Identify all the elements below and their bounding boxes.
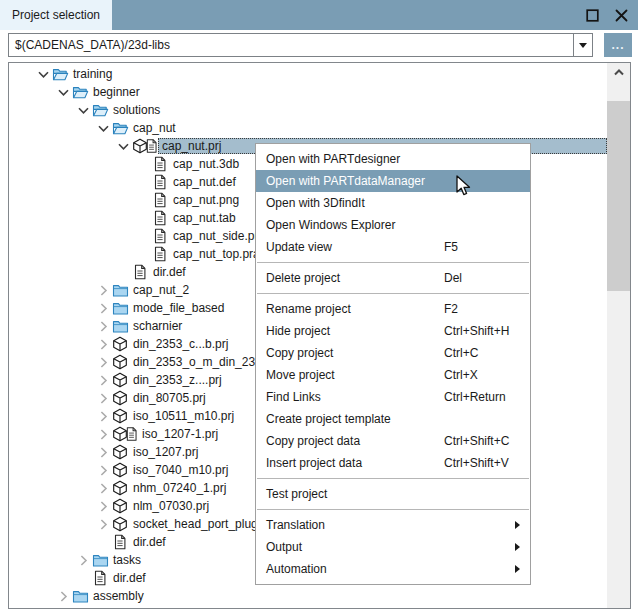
- chevron-expanded-icon[interactable]: [115, 138, 131, 154]
- menu-item[interactable]: Create project template: [256, 408, 530, 430]
- menu-item[interactable]: Test project: [256, 483, 530, 505]
- chevron-collapsed-icon[interactable]: [95, 480, 111, 496]
- tree-row-label: dir.def: [129, 534, 170, 550]
- menu-item[interactable]: Hide projectCtrl+Shift+H: [256, 320, 530, 342]
- folder-open-icon: [51, 66, 69, 82]
- chevron-spacer: [135, 192, 151, 208]
- chevron-collapsed-icon[interactable]: [95, 300, 111, 316]
- chevron-collapsed-icon[interactable]: [95, 444, 111, 460]
- menu-item-label: Hide project: [266, 324, 444, 338]
- chevron-collapsed-icon[interactable]: [95, 372, 111, 388]
- menu-item[interactable]: Automation: [256, 558, 530, 580]
- tree-row-label: solutions: [109, 102, 164, 118]
- chevron-expanded-icon[interactable]: [35, 66, 51, 82]
- document-icon: [145, 138, 158, 154]
- chevron-spacer: [75, 570, 91, 586]
- document-icon: [91, 570, 109, 586]
- chevron-collapsed-icon[interactable]: [75, 552, 91, 568]
- mouse-cursor: [456, 175, 478, 199]
- close-button[interactable]: [613, 7, 629, 23]
- chevron-collapsed-icon[interactable]: [95, 462, 111, 478]
- tab-project-selection[interactable]: Project selection: [0, 0, 112, 30]
- menu-item-label: Open with 3DfindIt: [266, 196, 444, 210]
- folder-closed-icon: [71, 588, 89, 604]
- menu-item[interactable]: Find LinksCtrl+Return: [256, 386, 530, 408]
- menu-separator: [257, 509, 529, 510]
- menu-item-shortcut: Ctrl+Shift+V: [444, 456, 520, 470]
- menu-item[interactable]: Rename projectF2: [256, 298, 530, 320]
- chevron-expanded-icon[interactable]: [75, 102, 91, 118]
- combo-dropdown-button[interactable]: [573, 34, 592, 56]
- menu-item[interactable]: Copy projectCtrl+C: [256, 342, 530, 364]
- scroll-up-button[interactable]: [607, 63, 630, 80]
- menu-item[interactable]: Update viewF5: [256, 236, 530, 258]
- menu-separator: [257, 262, 529, 263]
- browse-button[interactable]: ...: [604, 33, 632, 57]
- tree-row-label: cap_nut.png: [169, 192, 243, 208]
- chevron-collapsed-icon[interactable]: [95, 408, 111, 424]
- chevron-spacer: [135, 228, 151, 244]
- tree-row[interactable]: cap_nut: [9, 119, 607, 137]
- chevron-collapsed-icon[interactable]: [95, 318, 111, 334]
- menu-item[interactable]: Insert project dataCtrl+Shift+V: [256, 452, 530, 474]
- tree-row-label: beginner: [89, 84, 144, 100]
- chevron-expanded-icon[interactable]: [95, 120, 111, 136]
- scrollbar-thumb[interactable]: [607, 101, 630, 291]
- submenu-arrow-icon: [515, 565, 520, 573]
- tree-row-label: cap_nut.tab: [169, 210, 240, 226]
- tree-row-label: din_80705.prj: [129, 390, 210, 406]
- menu-item[interactable]: Output: [256, 536, 530, 558]
- chevron-collapsed-icon[interactable]: [95, 498, 111, 514]
- menu-item[interactable]: Open with 3DfindIt: [256, 192, 530, 214]
- menu-item[interactable]: Open with PARTdataManager: [256, 170, 530, 192]
- titlebar-buttons: [584, 0, 638, 30]
- tree-row-label: cap_nut_top.pra: [169, 246, 264, 262]
- tree-row[interactable]: solutions: [9, 101, 607, 119]
- document-icon: [151, 174, 169, 190]
- menu-item-label: Rename project: [266, 302, 444, 316]
- tree-row-label: cap_nut.3db: [169, 156, 243, 172]
- chevron-collapsed-icon[interactable]: [95, 516, 111, 532]
- document-icon: [151, 228, 169, 244]
- tree-row-label: dir.def: [149, 264, 190, 280]
- chevron-collapsed-icon[interactable]: [95, 426, 111, 442]
- chevron-expanded-icon[interactable]: [55, 84, 71, 100]
- library-path-combobox[interactable]: $(CADENAS_DATA)/23d-libs: [8, 33, 593, 57]
- vertical-scrollbar[interactable]: [607, 63, 630, 608]
- chevron-collapsed-icon[interactable]: [95, 390, 111, 406]
- folder-closed-icon: [111, 318, 129, 334]
- menu-item[interactable]: Move projectCtrl+X: [256, 364, 530, 386]
- tree-row-label: training: [69, 66, 116, 82]
- chevron-spacer: [115, 264, 131, 280]
- menu-item-shortcut: Ctrl+Shift+H: [444, 324, 520, 338]
- menu-item-label: Copy project: [266, 346, 444, 360]
- tree-row-label: iso_1207.prj: [129, 444, 202, 460]
- chevron-collapsed-icon[interactable]: [95, 282, 111, 298]
- tree-row[interactable]: training: [9, 65, 607, 83]
- menu-item[interactable]: Open with PARTdesigner: [256, 148, 530, 170]
- project-cube-icon: [111, 336, 129, 352]
- chevron-collapsed-icon[interactable]: [55, 588, 71, 604]
- menu-item-shortcut: Ctrl+Shift+C: [444, 434, 520, 448]
- maximize-button[interactable]: [584, 7, 600, 23]
- menu-item[interactable]: Copy project dataCtrl+Shift+C: [256, 430, 530, 452]
- menu-item-shortcut: Ctrl+Return: [444, 390, 520, 404]
- tab-label: Project selection: [12, 8, 100, 22]
- document-icon: [151, 246, 169, 262]
- project-cube-icon: [111, 498, 129, 514]
- tree-row-label: nlm_07030.prj: [129, 498, 213, 514]
- menu-item-label: Move project: [266, 368, 444, 382]
- chevron-collapsed-icon[interactable]: [95, 336, 111, 352]
- menu-item[interactable]: Translation: [256, 514, 530, 536]
- tree-row[interactable]: assembly: [9, 587, 607, 605]
- folder-open-icon: [111, 120, 129, 136]
- maximize-icon: [586, 9, 599, 22]
- chevron-spacer: [135, 156, 151, 172]
- menu-item[interactable]: Delete projectDel: [256, 267, 530, 289]
- menu-item-label: Open with PARTdataManager: [266, 174, 444, 188]
- menu-item-shortcut: F5: [444, 240, 520, 254]
- chevron-collapsed-icon[interactable]: [95, 354, 111, 370]
- menu-item[interactable]: Open Windows Explorer: [256, 214, 530, 236]
- tree-row[interactable]: beginner: [9, 83, 607, 101]
- submenu-arrow-icon: [515, 521, 520, 529]
